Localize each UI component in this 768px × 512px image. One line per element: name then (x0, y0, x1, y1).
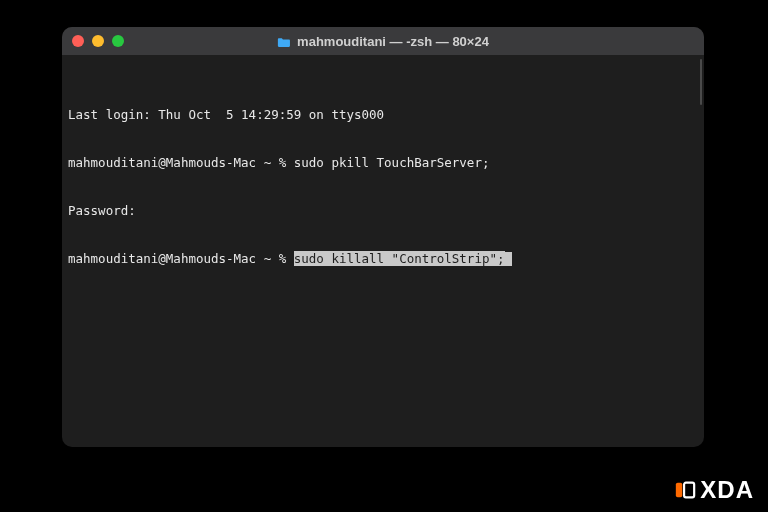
close-button[interactable] (72, 35, 84, 47)
watermark-text: XDA (700, 476, 754, 504)
terminal-line: mahmouditani@Mahmouds-Mac ~ % sudo pkill… (68, 155, 698, 171)
selected-command: sudo killall "ControlStrip"; (294, 251, 505, 266)
line-text: Last login: Thu Oct 5 14:29:59 on ttys00… (68, 107, 384, 122)
watermark: XDA (674, 476, 754, 504)
folder-icon (277, 36, 291, 47)
line-text: mahmouditani@Mahmouds-Mac ~ % sudo pkill… (68, 155, 489, 170)
prompt-text: mahmouditani@Mahmouds-Mac ~ % (68, 251, 294, 266)
window-title-text: mahmouditani — -zsh — 80×24 (297, 34, 489, 49)
minimize-button[interactable] (92, 35, 104, 47)
terminal-window: mahmouditani — -zsh — 80×24 Last login: … (62, 27, 704, 447)
terminal-line: Password: (68, 203, 698, 219)
traffic-lights (62, 35, 124, 47)
scrollbar[interactable] (700, 59, 702, 105)
svg-rect-1 (684, 483, 694, 498)
terminal-line: mahmouditani@Mahmouds-Mac ~ % sudo killa… (68, 251, 698, 267)
xda-logo-icon (674, 479, 696, 501)
maximize-button[interactable] (112, 35, 124, 47)
window-title: mahmouditani — -zsh — 80×24 (62, 34, 704, 49)
terminal-line: Last login: Thu Oct 5 14:29:59 on ttys00… (68, 107, 698, 123)
line-text: Password: (68, 203, 136, 218)
titlebar[interactable]: mahmouditani — -zsh — 80×24 (62, 27, 704, 55)
cursor (505, 252, 512, 266)
terminal-body[interactable]: Last login: Thu Oct 5 14:29:59 on ttys00… (62, 55, 704, 447)
svg-rect-0 (676, 483, 682, 498)
